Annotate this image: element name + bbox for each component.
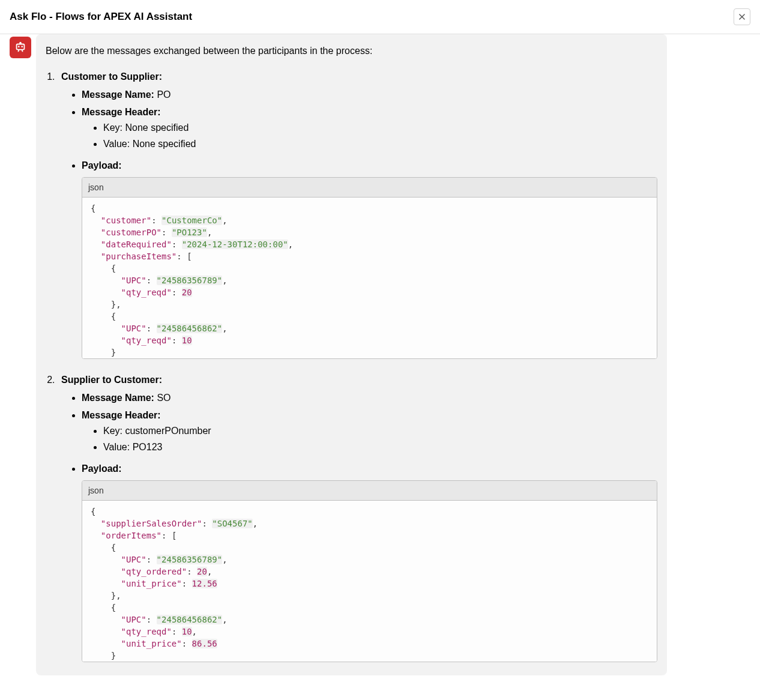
message-title: Supplier to Customer: — [61, 375, 162, 385]
dialog-header: Ask Flo - Flows for APEX AI Assistant — [0, 0, 760, 34]
code-language-label: json — [82, 481, 657, 501]
header-details: Key: None specifiedValue: None specified — [103, 120, 657, 152]
close-icon — [738, 13, 746, 21]
header-details: Key: customerPOnumberValue: PO123 — [103, 423, 657, 455]
payload-row: Payload:json{ "customer": "CustomerCo", … — [82, 158, 657, 359]
dialog-title: Ask Flo - Flows for APEX AI Assistant — [10, 11, 192, 23]
messages-list: Customer to Supplier:Message Name: POMes… — [58, 69, 657, 662]
message-name-value: SO — [157, 393, 170, 403]
header-key-row: Key: customerPOnumber — [103, 423, 657, 439]
message-name-label: Message Name: — [82, 393, 154, 403]
intro-text: Below are the messages exchanged between… — [46, 44, 657, 58]
header-key-row: Key: None specified — [103, 120, 657, 136]
message-details: Message Name: SOMessage Header:Key: cust… — [82, 390, 657, 662]
assistant-avatar — [10, 37, 31, 58]
message-title: Customer to Supplier: — [61, 71, 162, 82]
message-name-value: PO — [157, 89, 170, 100]
message-header-label: Message Header: — [82, 107, 161, 117]
json-code: { "customer": "CustomerCo", "customerPO"… — [82, 198, 657, 358]
code-block: json{ "supplierSalesOrder": "SO4567", "o… — [82, 480, 657, 662]
message-header-row: Message Header:Key: None specifiedValue:… — [82, 104, 657, 152]
code-body[interactable]: { "supplierSalesOrder": "SO4567", "order… — [82, 501, 657, 662]
message-details: Message Name: POMessage Header:Key: None… — [82, 87, 657, 359]
header-value-row: Value: PO123 — [103, 439, 657, 455]
message-name-row: Message Name: PO — [82, 87, 657, 103]
code-block: json{ "customer": "CustomerCo", "custome… — [82, 177, 657, 359]
message-item: Supplier to Customer:Message Name: SOMes… — [58, 372, 657, 662]
code-language-label: json — [82, 178, 657, 198]
message-name-row: Message Name: SO — [82, 390, 657, 406]
code-body[interactable]: { "customer": "CustomerCo", "customerPO"… — [82, 198, 657, 358]
payload-label: Payload: — [82, 160, 122, 170]
json-code: { "supplierSalesOrder": "SO4567", "order… — [82, 501, 657, 662]
message-item: Customer to Supplier:Message Name: POMes… — [58, 69, 657, 359]
close-button[interactable] — [734, 8, 750, 25]
message-header-label: Message Header: — [82, 410, 161, 420]
message-body: Below are the messages exchanged between… — [36, 34, 667, 675]
message-name-label: Message Name: — [82, 89, 154, 100]
header-value-row: Value: None specified — [103, 136, 657, 152]
bot-icon — [14, 41, 27, 54]
payload-row: Payload:json{ "supplierSalesOrder": "SO4… — [82, 461, 657, 662]
content-wrapper: Below are the messages exchanged between… — [0, 34, 760, 675]
payload-label: Payload: — [82, 463, 122, 474]
message-header-row: Message Header:Key: customerPOnumberValu… — [82, 408, 657, 455]
avatar-column — [0, 34, 36, 675]
